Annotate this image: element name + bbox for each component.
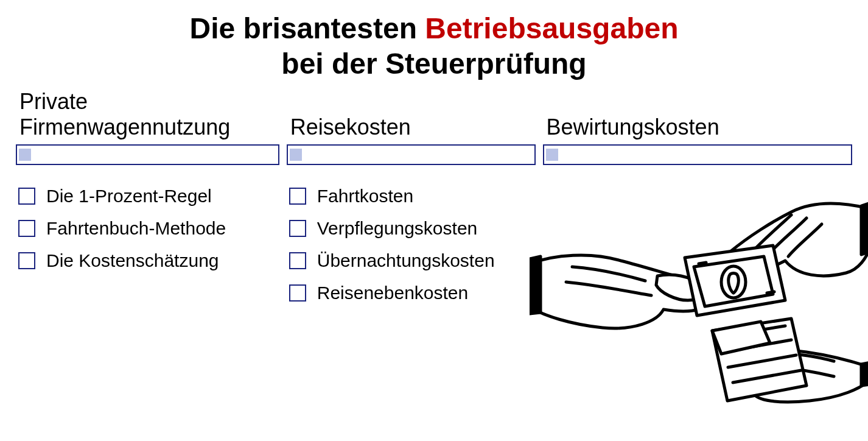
- list-item: Die Kostenschätzung: [18, 250, 279, 270]
- progress-bar: [16, 144, 279, 165]
- column-header-text: Private Firmenwagennutzung: [19, 89, 279, 139]
- checkbox-icon: [289, 252, 306, 269]
- list-item: Fahrtkosten: [289, 186, 536, 206]
- progress-bar: [543, 144, 853, 165]
- title-accent: Betriebsausgaben: [425, 12, 678, 44]
- checkbox-icon: [18, 188, 35, 205]
- column-firmenwagen: Private Firmenwagennutzung Die 1-Prozent…: [16, 87, 279, 277]
- checkbox-icon: [18, 252, 35, 269]
- list-item: Fahrtenbuch-Methode: [18, 218, 279, 238]
- list-item: Übernachtungskosten: [289, 250, 536, 270]
- list-item-label: Die Kostenschätzung: [46, 250, 219, 270]
- column-header: Reisekosten: [287, 87, 536, 139]
- column-reisekosten: Reisekosten Fahrtkosten Verpflegungskost…: [287, 87, 536, 309]
- list-item-label: Fahrtkosten: [317, 186, 413, 206]
- columns-container: Private Firmenwagennutzung Die 1-Prozent…: [0, 87, 868, 309]
- title-part2: bei der Steuerprüfung: [281, 48, 586, 80]
- hands-money-svg: [530, 185, 868, 404]
- list-item: Die 1-Prozent-Regel: [18, 186, 279, 206]
- list-item: Reisenebenkosten: [289, 283, 536, 303]
- column-header: Private Firmenwagennutzung: [16, 87, 279, 139]
- hands-exchanging-money-icon: [530, 185, 868, 406]
- progress-bar: [287, 144, 536, 165]
- list-item: Verpflegungskosten: [289, 218, 536, 238]
- column-header-text: Reisekosten: [290, 115, 411, 139]
- list-item-label: Verpflegungskosten: [317, 218, 478, 238]
- list-item-label: Fahrtenbuch-Methode: [46, 218, 226, 238]
- title-part1: Die brisantesten: [190, 12, 425, 44]
- progress-fill: [290, 149, 302, 161]
- column-header-text: Bewirtungskosten: [547, 115, 719, 139]
- progress-fill: [546, 149, 558, 161]
- progress-fill: [19, 149, 31, 161]
- column-bewirtung: Bewirtungskosten: [543, 87, 853, 180]
- list-item-label: Die 1-Prozent-Regel: [46, 186, 212, 206]
- list-item-label: Reisenebenkosten: [317, 283, 469, 303]
- list-item-label: Übernachtungskosten: [317, 250, 495, 270]
- checkbox-icon: [289, 220, 306, 237]
- checkbox-icon: [18, 220, 35, 237]
- checkbox-icon: [289, 188, 306, 205]
- column-header: Bewirtungskosten: [543, 87, 853, 139]
- page-title: Die brisantesten Betriebsausgaben bei de…: [24, 11, 844, 81]
- checkbox-icon: [289, 284, 306, 302]
